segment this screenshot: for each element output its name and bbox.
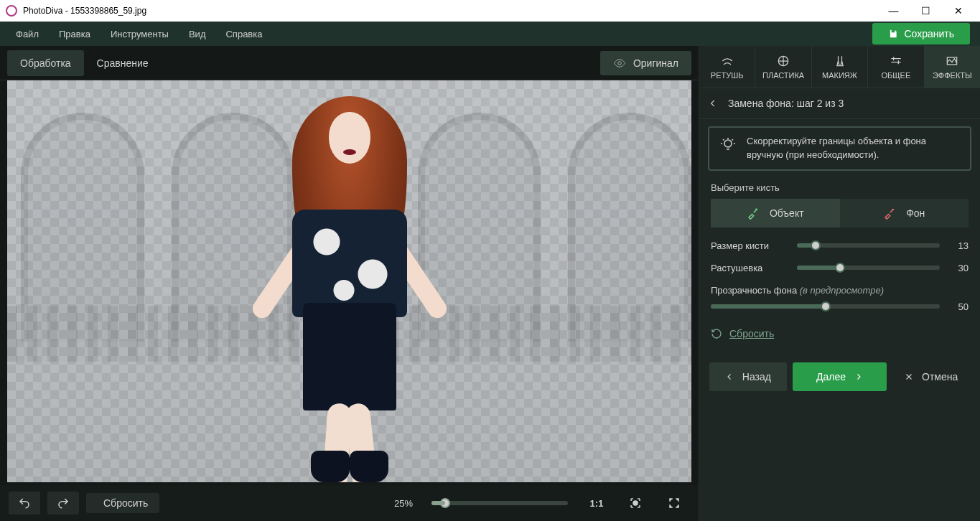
window-title: PhotoDiva - 1553398865_59.jpg	[23, 6, 877, 16]
brush-plus-icon	[747, 207, 760, 220]
titlebar: PhotoDiva - 1553398865_59.jpg ― ☐ ✕	[0, 0, 980, 22]
tab-compare[interactable]: Сравнение	[84, 50, 162, 76]
tab-retouch[interactable]: РЕТУШЬ	[699, 46, 755, 88]
close-icon	[905, 372, 913, 381]
slider-feather-value: 30	[947, 263, 969, 273]
photo-subject	[263, 80, 436, 482]
maximize-button[interactable]: ☐	[910, 0, 942, 22]
reset-link-icon	[711, 328, 722, 339]
brush-section-label: Выберите кисть	[711, 182, 969, 193]
menu-file[interactable]: Файл	[6, 24, 49, 44]
reset-bottom-label: Сбросить	[103, 497, 148, 509]
tab-makeup[interactable]: МАКИЯЖ	[811, 46, 867, 88]
reset-bottom-button[interactable]: Сбросить	[86, 493, 159, 513]
menu-view[interactable]: Вид	[179, 24, 216, 44]
general-icon	[889, 54, 903, 68]
brush-tab-object[interactable]: Объект	[711, 199, 840, 227]
undo-button[interactable]	[9, 492, 40, 515]
hint-box: Скорректируйте границы объекта и фона вр…	[708, 126, 971, 171]
slider-size-track[interactable]	[797, 243, 940, 248]
brush-minus-icon	[883, 207, 896, 220]
tab-process[interactable]: Обработка	[7, 50, 84, 76]
menu-edit[interactable]: Правка	[49, 24, 101, 44]
effects-icon	[945, 54, 959, 68]
brush-toggle: Объект Фон	[711, 199, 969, 227]
tool-tabs: РЕТУШЬ ПЛАСТИКА МАКИЯЖ ОБЩЕЕ ЭФФЕКТЫ	[699, 46, 980, 88]
slider-size-label: Размер кисти	[711, 240, 790, 251]
redo-button[interactable]	[47, 492, 79, 515]
original-button[interactable]: Оригинал	[600, 51, 691, 75]
slider-opacity: 50	[711, 301, 969, 312]
slider-opacity-track[interactable]	[711, 304, 940, 309]
view-tabs: Обработка Сравнение Оригинал	[0, 46, 699, 80]
slider-feather-track[interactable]	[797, 266, 940, 270]
slider-size-value: 13	[947, 240, 969, 251]
reset-link[interactable]: Сбросить	[711, 325, 969, 342]
panel-title: Замена фона: шаг 2 из 3	[728, 98, 844, 109]
back-button[interactable]: Назад	[709, 362, 787, 391]
makeup-icon	[833, 54, 847, 68]
slider-opacity-value: 50	[947, 301, 969, 312]
svg-point-4	[724, 140, 732, 147]
save-label: Сохранить	[904, 28, 954, 39]
svg-point-1	[633, 501, 638, 505]
next-button[interactable]: Далее	[793, 362, 887, 391]
minimize-button[interactable]: ―	[877, 0, 910, 22]
close-button[interactable]: ✕	[942, 0, 974, 22]
tab-general[interactable]: ОБЩЕЕ	[867, 46, 923, 88]
tab-plastic[interactable]: ПЛАСТИКА	[755, 46, 811, 88]
fit-icon	[629, 497, 642, 510]
slider-feather: Растушевка 30	[711, 263, 969, 273]
chevron-left-icon	[725, 372, 734, 381]
panel-header[interactable]: Замена фона: шаг 2 из 3	[699, 88, 980, 119]
nav-buttons: Назад Далее Отмена	[699, 354, 980, 400]
slider-feather-label: Растушевка	[711, 263, 790, 273]
lightbulb-icon	[719, 136, 737, 154]
original-label: Оригинал	[633, 57, 678, 69]
slider-size: Размер кисти 13	[711, 240, 969, 251]
svg-point-0	[618, 61, 622, 65]
zoom-1to1-button[interactable]: 1:1	[581, 492, 612, 515]
chevron-left-icon	[708, 98, 718, 108]
zoom-slider[interactable]	[431, 501, 568, 505]
eye-icon	[613, 57, 626, 70]
redo-icon	[57, 497, 70, 510]
fullscreen-button[interactable]	[658, 492, 690, 515]
app-icon	[6, 5, 17, 17]
brush-tab-background[interactable]: Фон	[840, 199, 969, 227]
save-icon	[888, 29, 898, 39]
zoom-value: 25%	[388, 498, 419, 509]
cancel-button[interactable]: Отмена	[892, 362, 970, 391]
save-button[interactable]: Сохранить	[872, 23, 970, 44]
bottom-toolbar: Сбросить 25% 1:1	[0, 485, 699, 521]
fullscreen-icon	[668, 497, 681, 510]
menu-tools[interactable]: Инструменты	[101, 24, 179, 44]
slider-opacity-label: Прозрачность фона (в предпросмотре)	[711, 285, 969, 296]
retouch-icon	[720, 54, 734, 68]
canvas[interactable]	[7, 80, 691, 482]
menu-help[interactable]: Справка	[215, 24, 272, 44]
chevron-right-icon	[854, 372, 863, 381]
fit-screen-button[interactable]	[620, 492, 651, 515]
menubar: Файл Правка Инструменты Вид Справка Сохр…	[0, 22, 980, 46]
right-panel: РЕТУШЬ ПЛАСТИКА МАКИЯЖ ОБЩЕЕ ЭФФЕКТЫ Зам…	[699, 46, 980, 521]
hint-text: Скорректируйте границы объекта и фона вр…	[747, 135, 960, 162]
plastic-icon	[776, 54, 790, 68]
tab-effects[interactable]: ЭФФЕКТЫ	[924, 46, 980, 88]
undo-icon	[18, 497, 31, 510]
